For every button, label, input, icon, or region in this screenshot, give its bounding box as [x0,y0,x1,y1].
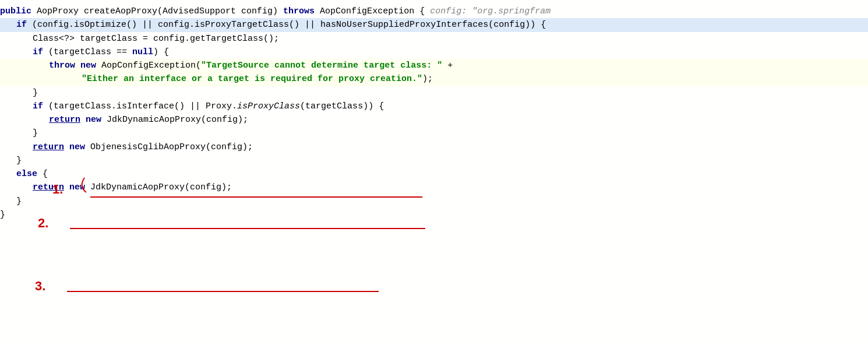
token-brace: } [33,126,38,140]
code-line: "Either an interface or a target is requ… [0,72,868,86]
token-kw-throw: throw [49,59,75,72]
token-brace: } [16,195,22,208]
token-normal [64,181,69,194]
token-kw-throws: throws [283,5,315,18]
token-kw-if: if [16,18,27,31]
token-kw-return: return [49,113,80,126]
code-block: public AopProxy createAopProxy(AdvisedSu… [0,0,868,226]
code-line: return new JdkDynamicAopProxy(config); [0,113,868,126]
token-kw-new: new [69,181,85,194]
token-brace: } [33,86,38,100]
token-normal: + [442,59,453,72]
token-brace: } [0,208,5,222]
code-line: return new ObjenesisCglibAopProxy(config… [0,140,868,154]
token-normal: JdkDynamicAopProxy(config); [101,113,248,126]
code-line: } [0,208,868,222]
token-normal: (config.isOptimize() || config.isProxyTa… [27,18,546,31]
code-line: throw new AopConfigException("TargetSour… [0,59,868,72]
token-kw-if: if [33,100,43,113]
token-kw-if: if [33,45,43,59]
code-line: else { [0,167,868,181]
code-line: } [0,86,868,100]
code-line: } [0,154,868,167]
token-normal: Class<?> targetClass = config.getTargetC… [33,32,279,45]
code-line: if (targetClass == null) { [0,45,868,59]
token-kw-null: null [132,45,153,59]
token-normal: { [37,167,48,181]
token-normal: ObjenesisCglibAopProxy(config); [85,140,253,154]
token-normal: AopConfigException { [315,5,430,18]
token-kw-new: new [69,140,85,154]
token-normal [80,113,86,126]
token-normal: (targetClass)) { [300,100,384,113]
token-kw-new: new [80,59,96,72]
token-kw-public: public [0,5,37,18]
token-normal [64,140,69,154]
svg-text:3.: 3. [35,279,45,293]
code-line: public AopProxy createAopProxy(AdvisedSu… [0,5,868,18]
code-line: if (targetClass.isInterface() || Proxy.i… [0,100,868,113]
token-normal: ) { [153,45,169,59]
code-line: return new JdkDynamicAopProxy(config); [0,181,868,194]
code-viewer: public AopProxy createAopProxy(AdvisedSu… [0,0,868,226]
code-line: if (config.isOptimize() || config.isProx… [0,18,868,31]
token-kw-new: new [86,113,101,126]
token-italic: isProxyClass [237,100,300,113]
token-str: "TargetSource cannot determine target cl… [201,59,442,72]
token-normal: AopConfigException( [96,59,201,72]
token-normal: AopProxy createAopProxy(AdvisedSupport c… [37,5,283,18]
token-kw-return: return [33,140,64,154]
token-brace: } [16,154,22,167]
code-line: } [0,195,868,208]
token-comment: config: "org.springfram [430,5,551,18]
token-str: "Either an interface or a target is requ… [82,72,422,86]
code-line: } [0,126,868,140]
token-normal: JdkDynamicAopProxy(config); [85,181,232,194]
token-normal [75,59,80,72]
token-kw-return: return [33,181,64,194]
token-normal: ); [422,72,433,86]
token-normal: (targetClass.isInterface() || Proxy. [43,100,237,113]
token-normal: (targetClass == [43,45,132,59]
code-line: Class<?> targetClass = config.getTargetC… [0,32,868,45]
token-kw-else: else [16,167,37,181]
